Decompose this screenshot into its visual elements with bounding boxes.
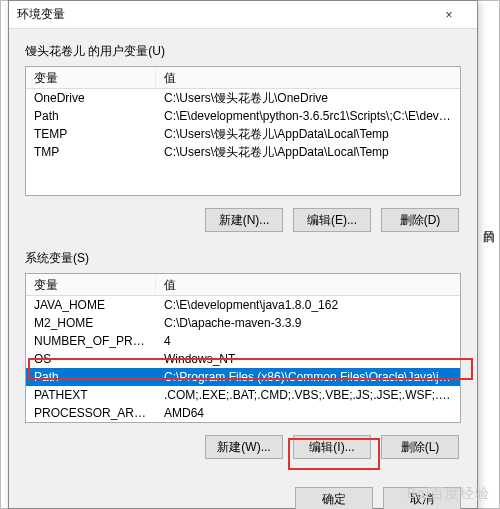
cell-name: Path (26, 369, 156, 385)
cell-value: C:\Program Files (x86)\Common Files\Orac… (156, 369, 460, 385)
cell-value: C:\E\development\java1.8.0_162 (156, 297, 460, 313)
user-vars-list[interactable]: 变量 值 OneDriveC:\Users\馒头花卷儿\OneDrivePath… (25, 66, 461, 196)
table-row[interactable]: PROCESSOR_ARCHITECTAMD64 (26, 404, 460, 422)
column-header-name[interactable]: 变量 (26, 274, 156, 295)
titlebar: 环境变量 × (9, 1, 477, 29)
table-row[interactable]: PathC:\E\development\python-3.6.5rc1\Scr… (26, 107, 460, 125)
ok-button[interactable]: 确定 (295, 487, 373, 509)
cell-value: AMD64 (156, 405, 460, 421)
column-header-value[interactable]: 值 (156, 67, 460, 88)
system-vars-buttons: 新建(W)... 编辑(I)... 删除(L) (25, 435, 459, 459)
cell-name: Path (26, 108, 156, 124)
system-vars-header: 变量 值 (26, 274, 460, 296)
column-header-value[interactable]: 值 (156, 274, 460, 295)
cell-name: PATHEXT (26, 387, 156, 403)
cell-name: TMP (26, 144, 156, 160)
user-vars-body: OneDriveC:\Users\馒头花卷儿\OneDrivePathC:\E\… (26, 89, 460, 161)
table-row[interactable]: OneDriveC:\Users\馒头花卷儿\OneDrive (26, 89, 460, 107)
table-row[interactable]: NUMBER_OF_PROCESSORS4 (26, 332, 460, 350)
user-vars-label: 馒头花卷儿 的用户变量(U) (25, 43, 461, 60)
system-vars-body: JAVA_HOMEC:\E\development\java1.8.0_162M… (26, 296, 460, 422)
system-delete-button[interactable]: 删除(L) (381, 435, 459, 459)
cell-value: C:\D\apache-maven-3.3.9 (156, 315, 460, 331)
cell-value: C:\Users\馒头花卷儿\AppData\Local\Temp (156, 125, 460, 144)
table-row[interactable]: PATHEXT.COM;.EXE;.BAT;.CMD;.VBS;.VBE;.JS… (26, 386, 460, 404)
column-header-name[interactable]: 变量 (26, 67, 156, 88)
environment-variables-dialog: 环境变量 × 馒头花卷儿 的用户变量(U) 变量 值 OneDriveC:\Us… (8, 0, 478, 509)
system-vars-list[interactable]: 变量 值 JAVA_HOMEC:\E\development\java1.8.0… (25, 273, 461, 423)
table-row[interactable]: TEMPC:\Users\馒头花卷儿\AppData\Local\Temp (26, 125, 460, 143)
table-row[interactable]: PathC:\Program Files (x86)\Common Files\… (26, 368, 460, 386)
cell-name: NUMBER_OF_PROCESSORS (26, 333, 156, 349)
cell-value: Windows_NT (156, 351, 460, 367)
cell-name: JAVA_HOME (26, 297, 156, 313)
table-row[interactable]: JAVA_HOMEC:\E\development\java1.8.0_162 (26, 296, 460, 314)
table-row[interactable]: M2_HOMEC:\D\apache-maven-3.3.9 (26, 314, 460, 332)
system-new-button[interactable]: 新建(W)... (205, 435, 283, 459)
cell-name: PROCESSOR_ARCHITECT (26, 405, 156, 421)
cell-value: C:\Users\馒头花卷儿\AppData\Local\Temp (156, 143, 460, 162)
user-edit-button[interactable]: 编辑(E)... (293, 208, 371, 232)
table-row[interactable]: TMPC:\Users\馒头花卷儿\AppData\Local\Temp (26, 143, 460, 161)
close-button[interactable]: × (429, 1, 469, 29)
cell-name: TEMP (26, 126, 156, 142)
cell-name: OneDrive (26, 90, 156, 106)
cell-name: OS (26, 351, 156, 367)
close-icon: × (445, 8, 452, 22)
dialog-title: 环境变量 (17, 6, 429, 23)
cell-name: M2_HOME (26, 315, 156, 331)
cell-value: C:\E\development\python-3.6.5rc1\Scripts… (156, 108, 460, 124)
system-edit-button[interactable]: 编辑(I)... (293, 435, 371, 459)
cell-value: .COM;.EXE;.BAT;.CMD;.VBS;.VBE;.JS;.JSE;.… (156, 387, 460, 403)
system-vars-label: 系统变量(S) (25, 250, 461, 267)
user-delete-button[interactable]: 删除(D) (381, 208, 459, 232)
cell-value: 4 (156, 333, 460, 349)
cell-value: C:\Users\馒头花卷儿\OneDrive (156, 89, 460, 108)
watermark: Bai百度经验 (407, 485, 490, 503)
user-new-button[interactable]: 新建(N)... (205, 208, 283, 232)
user-vars-header: 变量 值 (26, 67, 460, 89)
table-row[interactable]: OSWindows_NT (26, 350, 460, 368)
user-vars-buttons: 新建(N)... 编辑(E)... 删除(D) (25, 208, 459, 232)
dialog-content: 馒头花卷儿 的用户变量(U) 变量 值 OneDriveC:\Users\馒头花… (9, 29, 477, 479)
